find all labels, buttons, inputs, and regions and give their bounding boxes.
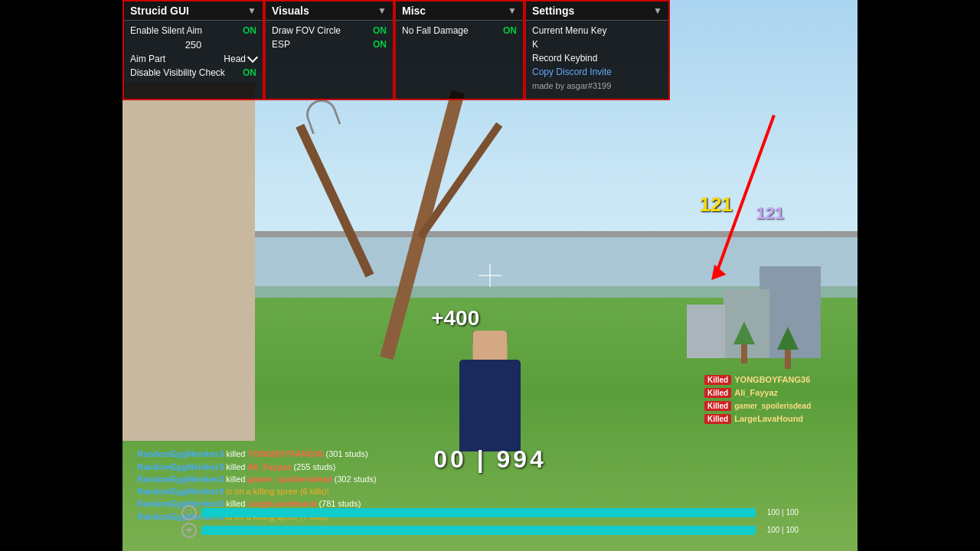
no-fall-toggle[interactable]: ON [503,25,517,36]
misc-panel: Misc ▼ No Fall Damage ON [394,0,524,100]
kill-item-1: Killed YONGBOYFANG36 [704,375,858,385]
aim-part-select[interactable]: Head [224,54,256,64]
health-text-1: 100 | 100 [760,508,799,517]
kill-item-4: Killed LargeLavaHound [704,414,858,424]
chat-action-2: killed [226,462,247,471]
kill-item-2: Killed Ali_Fayyaz [704,388,858,398]
letterbox-left [0,0,122,551]
aim-part-value: Head [224,54,246,64]
kill-name-1: YONGBOYFANG36 [734,375,810,384]
strucid-arrow: ▼ [247,5,256,16]
shield-icon: 🛡 [181,505,197,520]
letterbox-right [858,0,980,551]
credit-row: made by asgar#3199 [532,80,662,91]
visibility-label: Disable Visibility Check [130,67,225,78]
score-display: 00 | 994 [433,445,547,474]
chat-player-1: RandomEggMember3 [137,449,224,458]
misc-title: Misc [402,5,426,17]
chat-victim-1: YONGBOYFANG36 [247,449,323,458]
number-121-yellow: 121 [699,193,732,217]
kill-item-3: Killed gamer_spoilerisdead [704,401,858,411]
esp-row: ESP ON [272,39,387,50]
chat-action-4: is on a killing spree (6 kills)! [226,487,329,496]
chat-player-4: RandomEggMember3 [137,487,224,496]
chat-action-1: killed [226,449,247,458]
strucid-body: Enable Silent Aim ON 250 Aim Part Head D… [124,21,263,86]
health-bar-row-2: ✚ 100 | 100 [181,523,799,538]
esp-toggle[interactable]: ON [373,39,387,50]
damage-indicator: +400 [431,306,479,331]
chat-studs-2: (255 studs) [293,462,335,471]
aim-value: 250 [130,39,256,51]
player-character [459,360,521,452]
fov-label: Draw FOV Circle [272,25,341,36]
health-bar-fill-1 [201,508,756,517]
silent-aim-toggle[interactable]: ON [243,25,256,36]
settings-body: Current Menu Key K Record Keybind Copy D… [526,21,668,99]
chat-line-1: RandomEggMember3 killed YONGBOYFANG36 (3… [137,448,468,459]
misc-arrow: ▼ [508,5,517,16]
kill-label-2: Killed [704,388,731,398]
left-wall [122,83,255,441]
visibility-row: Disable Visibility Check ON [130,67,256,78]
crosshair [479,264,501,287]
visuals-body: Draw FOV Circle ON ESP ON [266,21,393,57]
silent-aim-label: Enable Silent Aim [130,25,202,36]
settings-title: Settings [532,5,574,17]
visuals-title: Visuals [272,5,309,17]
strucid-header[interactable]: Strucid GUI ▼ [124,2,263,21]
kill-name-4: LargeLavaHound [734,414,803,423]
player-body [459,360,521,452]
visuals-panel: Visuals ▼ Draw FOV Circle ON ESP ON [264,0,394,100]
menu-key-value-row: K [532,39,662,50]
health-bar-bg-1 [201,508,756,517]
kill-feed: Killed YONGBOYFANG36 Killed Ali_Fayyaz K… [704,375,858,427]
chat-studs-3: (302 studs) [335,474,377,484]
chat-line-4: RandomEggMember3 is on a killing spree (… [137,486,468,497]
chat-studs-1: (301 studs) [326,449,368,458]
kill-label-1: Killed [704,375,731,385]
fov-row: Draw FOV Circle ON [272,25,387,36]
esp-label: ESP [272,39,290,50]
number-121-purple: 121 [756,204,784,223]
chat-victim-3: gamer_spoilerisdead [247,474,332,484]
menu-key-value: K [532,39,538,50]
no-fall-row: No Fall Damage ON [402,25,517,36]
discord-label[interactable]: Copy Discord Invite [532,67,612,77]
health-bar-row-1: 🛡 100 | 100 [181,505,799,520]
credit-text: made by asgar#3199 [532,81,611,90]
settings-arrow: ▼ [653,5,662,16]
visibility-toggle[interactable]: ON [243,67,256,78]
player-head [473,331,508,361]
aim-part-label: Aim Part [130,54,165,64]
tree-small-2 [733,321,755,364]
kill-name-3: gamer_spoilerisdead [734,402,811,410]
menu-key-label: Current Menu Key [532,25,606,36]
health-bar-fill-2 [201,526,756,535]
misc-body: No Fall Damage ON [396,21,523,44]
chat-action-3: killed [226,474,247,484]
chevron-down-icon [247,52,258,63]
strucid-panel: Strucid GUI ▼ Enable Silent Aim ON 250 A… [122,0,264,100]
health-bars: 🛡 100 | 100 ✚ 100 | 100 [181,505,799,540]
strucid-title: Strucid GUI [130,5,189,17]
settings-header[interactable]: Settings ▼ [526,2,668,21]
building-3 [687,305,725,358]
record-label: Record Keybind [532,53,597,64]
chat-victim-2: Ali_Fayyaz [247,462,291,471]
misc-header[interactable]: Misc ▼ [396,2,523,21]
chat-player-2: RandomEggMember3 [137,462,224,471]
aim-part-row: Aim Part Head [130,54,256,64]
kill-label-4: Killed [704,414,731,424]
plus-icon: ✚ [181,523,197,538]
discord-row[interactable]: Copy Discord Invite [532,67,662,77]
silent-aim-row: Enable Silent Aim ON [130,25,256,36]
record-row[interactable]: Record Keybind [532,53,662,64]
fov-toggle[interactable]: ON [373,25,387,36]
health-bar-bg-2 [201,526,756,535]
menu-key-row: Current Menu Key [532,25,662,36]
settings-panel: Settings ▼ Current Menu Key K Record Key… [524,0,670,100]
kill-name-2: Ali_Fayyaz [734,388,778,397]
visuals-header[interactable]: Visuals ▼ [266,2,393,21]
health-text-2: 100 | 100 [760,526,799,534]
